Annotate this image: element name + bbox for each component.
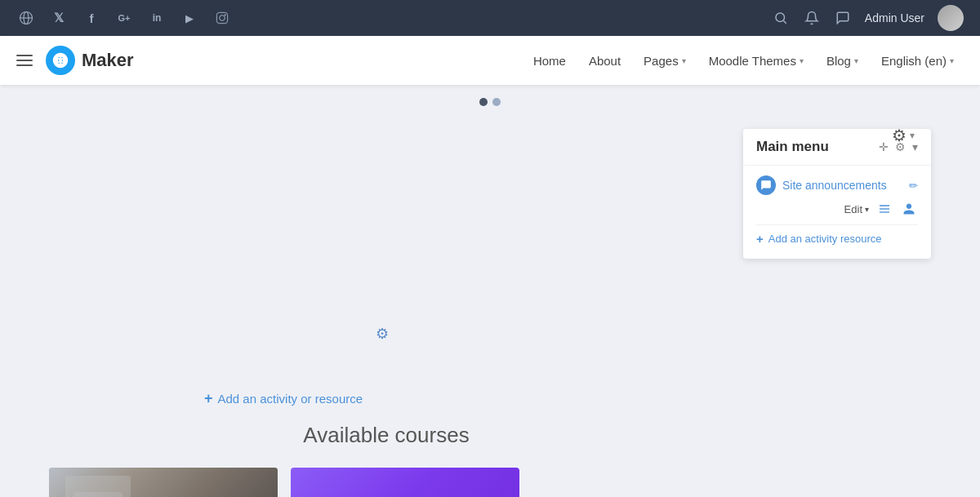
add-plus-icon: + [204, 390, 213, 407]
linkedin-icon[interactable]: in [147, 8, 167, 28]
svg-line-7 [783, 20, 786, 23]
globe-icon[interactable] [16, 8, 36, 28]
social-bar: 𝕏 f G+ in ▶ Admin User [0, 0, 980, 36]
content-area: ⚙ + Add an activity or resource Availabl… [0, 113, 980, 497]
moodle-themes-dropdown-chevron: ▾ [800, 56, 804, 65]
page-gear-chevron: ▾ [910, 130, 915, 141]
site-announcements-label[interactable]: Site announcements [782, 179, 902, 192]
course-card-2[interactable]: B [291, 468, 519, 497]
edit-controls-row: Edit ▾ [756, 200, 918, 218]
admin-username[interactable]: Admin User [865, 11, 924, 24]
pages-dropdown-chevron: ▾ [682, 56, 686, 65]
hamburger-menu-button[interactable] [16, 55, 33, 66]
admin-bar: Admin User [772, 5, 964, 31]
slider-dot-2[interactable] [492, 98, 501, 106]
menu-add-plus: + [756, 232, 764, 246]
course-cards: B [49, 468, 724, 497]
nav-language[interactable]: English (en) ▾ [871, 47, 964, 74]
google-plus-icon[interactable]: G+ [114, 8, 134, 28]
site-announcements-edit-icon[interactable]: ✏ [909, 180, 918, 192]
move-icon[interactable]: ✛ [879, 140, 889, 153]
slider-dot-1[interactable] [479, 98, 488, 106]
slider-dots [0, 85, 980, 113]
edit-chevron: ▾ [865, 205, 869, 214]
brand-name: Maker [82, 50, 134, 71]
available-courses-section: Available courses [49, 423, 724, 497]
svg-point-6 [776, 13, 785, 22]
main-menu-body: Site announcements ✏ Edit ▾ [743, 166, 931, 259]
main-content: ⚙ ▾ ⚙ + Add an activity or resource Avai… [0, 85, 980, 497]
brand-logo [46, 46, 75, 75]
chat-icon[interactable] [834, 9, 852, 27]
nav-home[interactable]: Home [523, 47, 576, 74]
gear-icon: ⚙ [892, 126, 906, 145]
user-icon[interactable] [900, 200, 918, 218]
add-activity-center-link[interactable]: + Add an activity or resource [204, 367, 363, 430]
course-card-1[interactable] [49, 468, 278, 497]
available-courses-title: Available courses [49, 423, 724, 448]
svg-point-5 [225, 15, 225, 16]
nav-pages[interactable]: Pages ▾ [634, 47, 696, 74]
svg-rect-3 [216, 12, 227, 23]
main-menu-title: Main menu [756, 139, 829, 155]
main-menu-sidebar: Main menu ✛ ⚙ ▾ Site announcements ✏ [743, 129, 931, 259]
svg-point-4 [220, 16, 225, 21]
language-dropdown-chevron: ▾ [950, 56, 954, 65]
nav-blog[interactable]: Blog ▾ [817, 47, 868, 74]
main-nav: Maker Home About Pages ▾ Moodle Themes ▾… [0, 36, 980, 85]
avatar[interactable] [938, 5, 964, 31]
nav-about[interactable]: About [579, 47, 630, 74]
edit-button[interactable]: Edit ▾ [844, 203, 869, 215]
nav-moodle-themes[interactable]: Moodle Themes ▾ [699, 47, 813, 74]
site-announcements-row: Site announcements ✏ [756, 175, 918, 195]
desk-scene-image [49, 468, 278, 497]
page-settings-gear[interactable]: ⚙ ▾ [892, 126, 915, 145]
search-icon[interactable] [772, 9, 790, 27]
blog-dropdown-chevron: ▾ [854, 56, 858, 65]
announcements-icon [756, 175, 776, 195]
youtube-icon[interactable]: ▶ [180, 8, 199, 28]
left-content-area: ⚙ + Add an activity or resource Availabl… [49, 129, 724, 497]
social-icons-group: 𝕏 f G+ in ▶ [16, 8, 232, 28]
brand-logo-link[interactable]: Maker [46, 46, 134, 75]
main-menu-card: Main menu ✛ ⚙ ▾ Site announcements ✏ [743, 129, 931, 259]
indent-icon[interactable] [875, 200, 893, 218]
facebook-icon[interactable]: f [82, 8, 101, 28]
notification-bell-icon[interactable] [803, 9, 821, 27]
twitter-icon[interactable]: 𝕏 [49, 8, 69, 28]
menu-add-activity-link[interactable]: + Add an activity resource [756, 224, 918, 249]
nav-links: Home About Pages ▾ Moodle Themes ▾ Blog … [523, 47, 964, 74]
instagram-icon[interactable] [212, 8, 232, 28]
section-gear-icon[interactable]: ⚙ [376, 325, 389, 343]
